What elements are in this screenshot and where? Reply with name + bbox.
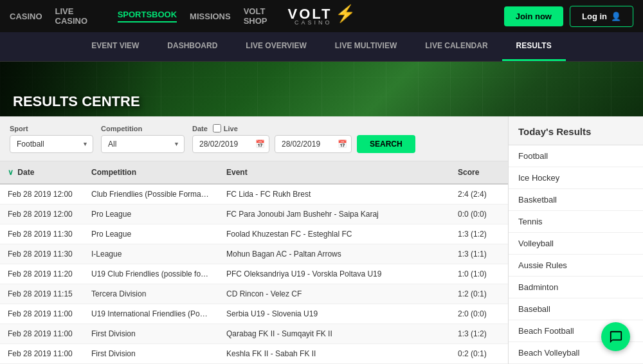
table-header-row: ∨ Date Competition Event Score — [0, 161, 508, 184]
sidebar-item[interactable]: Volleyball — [509, 233, 643, 255]
sport-filter-group: Sport Football ▼ — [10, 125, 93, 153]
date-label: Date — [192, 125, 208, 132]
cell-date: Feb 28 2019 11:30 — [0, 244, 84, 264]
tab-live-calendar[interactable]: LIVE CALENDAR — [411, 32, 502, 61]
sidebar-item[interactable]: Baseball — [509, 298, 643, 320]
table-row[interactable]: Feb 28 2019 11:30 I-League Mohun Bagan A… — [0, 244, 508, 264]
competition-label: Competition — [101, 125, 185, 132]
col-date[interactable]: ∨ Date — [0, 161, 84, 184]
cell-date: Feb 28 2019 11:00 — [0, 324, 84, 344]
nav-missions[interactable]: MISSIONS — [190, 12, 231, 21]
table-row[interactable]: Feb 28 2019 11:30 Pro League Foolad Khuz… — [0, 224, 508, 244]
calendar-to-icon: 📅 — [338, 140, 347, 149]
casino-sub: CASINO — [294, 20, 332, 26]
search-button[interactable]: SEARCH — [357, 135, 415, 153]
live-checkbox[interactable] — [213, 124, 221, 132]
tab-event-view[interactable]: EVENT VIEW — [77, 32, 153, 61]
nav-casino[interactable]: CASINO — [10, 12, 42, 21]
competition-filter-group: Competition All ▼ — [101, 125, 185, 153]
sort-icon: ∨ — [8, 168, 14, 177]
cell-date: Feb 28 2019 12:00 — [0, 205, 84, 224]
cell-score: 1:3 (1:1) — [450, 244, 508, 264]
logo: VOLT CASINO ⚡ — [287, 7, 355, 26]
date-to-wrapper: 📅 — [275, 135, 352, 153]
cell-score: 1:2 (0:1) — [450, 284, 508, 304]
cell-event: PFC Oleksandriya U19 - Vorskla Poltava U… — [219, 264, 450, 284]
col-event: Event — [219, 161, 450, 184]
table-row[interactable]: Feb 28 2019 12:00 Pro League FC Para Jon… — [0, 205, 508, 224]
main-layout: Sport Football ▼ Competition All ▼ — [0, 116, 643, 364]
cell-competition: I-League — [84, 244, 219, 264]
cell-date: Feb 28 2019 11:20 — [0, 264, 84, 284]
date-from-wrapper: 📅 — [192, 135, 269, 153]
chat-icon — [609, 330, 623, 344]
cell-score: 2:4 (2:4) — [450, 184, 508, 205]
sidebar-item[interactable]: Tennis — [509, 211, 643, 233]
sidebar-item[interactable]: Football — [509, 145, 643, 167]
date-filter-group: Date Live 📅 📅 SEARCH — [192, 124, 415, 153]
cell-score: 0:2 (0:1) — [450, 344, 508, 364]
sidebar-item[interactable]: Badminton — [509, 277, 643, 298]
cell-score: 1:3 (1:2) — [450, 224, 508, 244]
cell-competition: U19 International Friendlies (Possible F… — [84, 304, 219, 324]
cell-event: Keshla FK II - Sabah FK II — [219, 344, 450, 364]
cell-score: 0:0 (0:0) — [450, 205, 508, 224]
chat-button[interactable] — [601, 322, 630, 351]
competition-select[interactable]: All — [101, 135, 185, 153]
content-area: Sport Football ▼ Competition All ▼ — [0, 116, 508, 364]
cell-competition: Tercera Division — [84, 284, 219, 304]
cell-event: Mohun Bagan AC - Paltan Arrows — [219, 244, 450, 264]
log-in-button[interactable]: Log in 👤 — [570, 6, 633, 27]
results-table: ∨ Date Competition Event Score Feb 28 20… — [0, 161, 508, 364]
sport-select-wrapper: Football ▼ — [10, 135, 93, 153]
table-row[interactable]: Feb 28 2019 11:15 Tercera Division CD Ri… — [0, 284, 508, 304]
tab-live-overview[interactable]: LIVE OVERVIEW — [231, 32, 320, 61]
sidebar-title: Today's Results — [509, 116, 643, 145]
auth-buttons: Join now Log in 👤 — [356, 6, 633, 27]
cell-event: Serbia U19 - Slovenia U19 — [219, 304, 450, 324]
nav-live-casino[interactable]: LIVE CASINO — [55, 6, 105, 26]
calendar-from-icon: 📅 — [255, 140, 265, 149]
nav-links: CASINO LIVE CASINO SPORTSBOOK MISSIONS V… — [10, 6, 287, 26]
sidebar-item[interactable]: Basketball — [509, 189, 643, 211]
nav-volt-shop[interactable]: VOLT SHOP — [244, 6, 288, 26]
table-row[interactable]: Feb 28 2019 12:00 Club Friendlies (Possi… — [0, 184, 508, 205]
cell-date: Feb 28 2019 12:00 — [0, 184, 84, 205]
cell-event: FC Lida - FC Rukh Brest — [219, 184, 450, 205]
nav-sportsbook[interactable]: SPORTSBOOK — [118, 10, 177, 23]
join-now-button[interactable]: Join now — [504, 6, 563, 26]
cell-competition: U19 Club Friendlies (possible format cha… — [84, 264, 219, 284]
sidebar-item[interactable]: Ice Hockey — [509, 167, 643, 189]
table-row[interactable]: Feb 28 2019 11:00 First Division Qarabag… — [0, 324, 508, 344]
cell-competition: Pro League — [84, 224, 219, 244]
table-row[interactable]: Feb 28 2019 11:20 U19 Club Friendlies (p… — [0, 264, 508, 284]
lightning-icon: ⚡ — [335, 4, 356, 24]
competition-select-wrapper: All ▼ — [101, 135, 185, 153]
cell-score: 1:3 (1:2) — [450, 324, 508, 344]
cell-date: Feb 28 2019 11:30 — [0, 224, 84, 244]
cell-date: Feb 28 2019 11:00 — [0, 304, 84, 324]
filters-bar: Sport Football ▼ Competition All ▼ — [0, 116, 508, 161]
cell-event: CD Rincon - Velez CF — [219, 284, 450, 304]
volt-logo-text: VOLT CASINO — [287, 7, 332, 26]
tab-dashboard[interactable]: DASHBOARD — [153, 32, 231, 61]
live-toggle-label: Live — [213, 124, 238, 132]
secondary-nav: EVENT VIEW DASHBOARD LIVE OVERVIEW LIVE … — [0, 32, 643, 62]
cell-date: Feb 28 2019 11:15 — [0, 284, 84, 304]
cell-competition: First Division — [84, 324, 219, 344]
sport-select[interactable]: Football — [10, 135, 93, 153]
cell-competition: Club Friendlies (Possible Format Change) — [84, 184, 219, 205]
sport-label: Sport — [10, 125, 93, 132]
sidebar-item[interactable]: Aussie Rules — [509, 255, 643, 277]
table-row[interactable]: Feb 28 2019 11:00 U19 International Frie… — [0, 304, 508, 324]
top-nav: CASINO LIVE CASINO SPORTSBOOK MISSIONS V… — [0, 0, 643, 32]
cell-event: Foolad Khuzestan FC - Esteghlal FC — [219, 224, 450, 244]
cell-competition: Pro League — [84, 205, 219, 224]
cell-event: Qarabag FK II - Sumqayit FK II — [219, 324, 450, 344]
tab-live-multiview[interactable]: LIVE MULTIVIEW — [321, 32, 411, 61]
tab-results[interactable]: RESULTS — [502, 32, 566, 61]
col-score: Score — [450, 161, 508, 184]
user-icon: 👤 — [611, 12, 621, 21]
table-row[interactable]: Feb 28 2019 11:00 First Division Keshla … — [0, 344, 508, 364]
col-competition: Competition — [84, 161, 219, 184]
